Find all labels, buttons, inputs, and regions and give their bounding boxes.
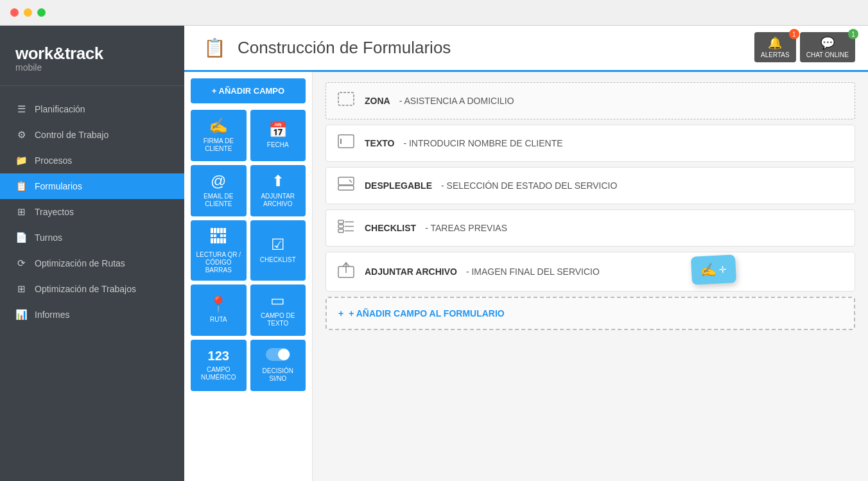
field-type-fecha[interactable]: 📅 FECHA	[250, 110, 306, 161]
adjuntar-label: ADJUNTAR ARCHIVO	[254, 193, 303, 208]
maximize-btn[interactable]	[37, 8, 46, 17]
sidebar-label-informes: Informes	[35, 310, 69, 320]
logo-sub: mobile	[15, 62, 169, 73]
sidebar-label-formularios: Formularios	[35, 181, 82, 191]
field-type-checklist[interactable]: ☑ CHECKLIST	[250, 220, 306, 281]
window-chrome	[0, 0, 868, 26]
svg-rect-16	[338, 92, 354, 105]
sidebar-item-trabajos[interactable]: ⊞ Optimización de Trabajos	[0, 276, 184, 302]
informes-icon: 📊	[15, 309, 27, 320]
campo-texto-icon: ▭	[270, 293, 285, 308]
ruta-label: RUTA	[210, 316, 227, 324]
sidebar-item-rutas[interactable]: ⟳ Optimización de Rutas	[0, 250, 184, 276]
svg-rect-9	[211, 238, 213, 243]
desplegable-field-desc: - SELECCIÓN DE ESTADO DEL SERVICIO	[441, 180, 617, 191]
lectura-label: LECTURA QR / CÓDIGO BARRAS	[194, 251, 243, 274]
decision-label: DECISIÓN SI/NO	[254, 367, 303, 383]
field-type-campo-texto[interactable]: ▭ CAMPO DE TEXTO	[250, 284, 306, 336]
form-field-adjuntar[interactable]: ADJUNTAR ARCHIVO - IMAGEN FINAL DEL SERV…	[326, 252, 855, 292]
texto-field-desc: - INTRODUCIR NOMBRE DE CLIENTE	[403, 138, 562, 148]
field-type-campo-num[interactable]: 123 CAMPO NUMÉRICO	[191, 340, 247, 391]
svg-rect-2	[217, 228, 220, 233]
add-field-top-button[interactable]: + AÑADIR CAMPO	[191, 78, 306, 103]
svg-rect-8	[223, 234, 226, 237]
sidebar-label-planificacion: Planificación	[35, 104, 85, 114]
main-header: 📋 Construcción de Formularios 1 🔔 ALERTA…	[184, 26, 868, 72]
alertas-badge: 1	[789, 29, 799, 39]
checklist-label: CHECKLIST	[260, 256, 296, 264]
close-btn[interactable]	[10, 8, 19, 17]
field-type-ruta[interactable]: 📍 RUTA	[191, 284, 247, 336]
minimize-btn[interactable]	[24, 8, 32, 17]
field-type-firma[interactable]: ✍ FIRMA DE CLIENTE	[191, 110, 247, 161]
add-campo-button[interactable]: + + AÑADIR CAMPO AL FORMULARIO	[326, 297, 855, 330]
logo-text: work&track	[15, 44, 169, 64]
firma-label: FIRMA DE CLIENTE	[194, 137, 243, 153]
svg-rect-12	[220, 238, 223, 243]
checklist-field-icon	[338, 219, 356, 237]
add-campo-plus: +	[338, 308, 343, 319]
sidebar-item-informes[interactable]: 📊 Informes	[0, 302, 184, 328]
bell-icon: 🔔	[768, 36, 782, 50]
sidebar-item-turnos[interactable]: 📄 Turnos	[0, 225, 184, 250]
zona-field-desc: - ASISTENCIA A DOMICILIO	[399, 96, 514, 106]
sidebar-label-trayectos: Trayectos	[35, 207, 74, 217]
header-actions: 1 🔔 ALERTAS 1 💬 CHAT ONLINE	[754, 32, 855, 62]
form-field-texto[interactable]: TEXTO - INTRODUCIR NOMBRE DE CLIENTE	[326, 125, 855, 162]
sidebar-item-formularios[interactable]: 📋 Formularios	[0, 173, 184, 199]
sidebar-label-turnos: Turnos	[35, 232, 62, 243]
chat-button[interactable]: 1 💬 CHAT ONLINE	[800, 32, 855, 62]
sidebar-label-rutas: Optimización de Rutas	[35, 258, 125, 268]
adjuntar-field-icon	[338, 261, 356, 282]
sidebar-label-procesos: Procesos	[35, 155, 72, 166]
campo-texto-label: CAMPO DE TEXTO	[254, 312, 303, 328]
rutas-icon: ⟳	[15, 258, 27, 269]
campo-num-icon: 123	[208, 349, 229, 362]
header-icon: 📋	[204, 37, 226, 58]
svg-rect-5	[211, 234, 213, 237]
checklist-field-label: CHECKLIST	[365, 223, 416, 233]
procesos-icon: 📁	[15, 155, 27, 166]
field-type-email[interactable]: @ EMAIL DE CLIENTE	[191, 165, 247, 216]
control-icon: ⚙	[15, 129, 27, 141]
form-field-desplegable[interactable]: DESPLEGABLE - SELECCIÓN DE ESTADO DEL SE…	[326, 167, 855, 204]
texto-field-icon	[338, 134, 356, 152]
sidebar-item-trayectos[interactable]: ⊞ Trayectos	[0, 199, 184, 225]
sidebar-item-control[interactable]: ⚙ Control de Trabajo	[0, 122, 184, 148]
firma-icon: ✍	[209, 118, 228, 134]
main-content: 📋 Construcción de Formularios 1 🔔 ALERTA…	[184, 26, 868, 481]
campo-num-label: CAMPO NUMÉRICO	[194, 366, 243, 381]
zona-field-icon	[338, 92, 356, 110]
ruta-icon: 📍	[209, 297, 228, 312]
svg-rect-6	[214, 234, 216, 237]
app-container: work&track mobile ☰ Planificación ⚙ Cont…	[0, 26, 868, 481]
formularios-icon: 📋	[15, 180, 27, 192]
svg-rect-7	[220, 234, 223, 237]
chat-label: CHAT ONLINE	[806, 51, 849, 58]
zona-field-label: ZONA	[365, 96, 390, 106]
field-type-decision[interactable]: DECISIÓN SI/NO	[250, 340, 306, 391]
desplegable-field-label: DESPLEGABLE	[365, 180, 432, 191]
sidebar-item-procesos[interactable]: 📁 Procesos	[0, 148, 184, 173]
trayectos-icon: ⊞	[15, 206, 27, 218]
turnos-icon: 📄	[15, 232, 27, 243]
svg-rect-4	[223, 228, 226, 233]
svg-rect-1	[214, 228, 216, 233]
sidebar: work&track mobile ☰ Planificación ⚙ Cont…	[0, 26, 184, 481]
svg-rect-20	[338, 186, 354, 190]
sidebar-logo: work&track mobile	[0, 26, 184, 86]
field-type-grid: ✍ FIRMA DE CLIENTE 📅 FECHA @ EMAIL DE CL…	[191, 110, 306, 391]
field-type-adjuntar[interactable]: ⬆ ADJUNTAR ARCHIVO	[250, 165, 306, 216]
texto-field-label: TEXTO	[365, 138, 394, 148]
alertas-button[interactable]: 1 🔔 ALERTAS	[754, 32, 796, 62]
form-field-zona[interactable]: ZONA - ASISTENCIA A DOMICILIO	[326, 82, 855, 119]
fecha-label: FECHA	[267, 141, 289, 149]
sidebar-item-planificacion[interactable]: ☰ Planificación	[0, 96, 184, 122]
sidebar-label-control: Control de Trabajo	[35, 130, 108, 140]
form-field-checklist[interactable]: CHECKLIST - TAREAS PREVIAS	[326, 209, 855, 247]
field-type-lectura[interactable]: LECTURA QR / CÓDIGO BARRAS	[191, 220, 247, 281]
svg-rect-23	[338, 225, 343, 228]
svg-point-15	[278, 349, 290, 360]
svg-rect-13	[223, 238, 226, 243]
alertas-label: ALERTAS	[761, 51, 790, 58]
